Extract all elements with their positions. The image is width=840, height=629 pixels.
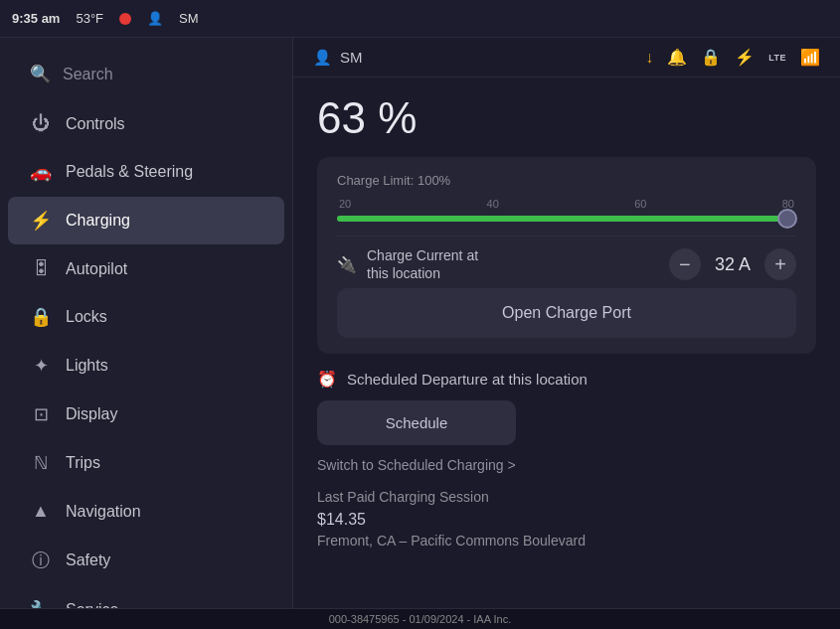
status-bar: 9:35 am 53°F 👤 SM	[0, 0, 840, 38]
bell-icon: 🔔	[667, 48, 687, 67]
charge-current-text-line2: this location	[367, 264, 478, 282]
download-icon: ↓	[645, 49, 653, 67]
sidebar-item-label: Charging	[66, 212, 130, 230]
user-area: 👤 SM	[313, 49, 363, 67]
last-session-section: Last Paid Charging Session $14.35 Fremon…	[317, 489, 816, 549]
sidebar-item-trips[interactable]: ℕ Trips	[8, 439, 284, 487]
battery-percent: 63 %	[317, 93, 816, 143]
clock-icon: ⏰	[317, 370, 337, 389]
lte-indicator: LTE	[768, 53, 786, 63]
sidebar-item-label: Trips	[66, 454, 100, 472]
scale-60: 60	[634, 198, 646, 210]
session-amount: $14.35	[317, 511, 816, 529]
bottom-bar: 000-38475965 - 01/09/2024 - IAA Inc.	[0, 608, 840, 629]
switch-charging-link[interactable]: Switch to Scheduled Charging >	[317, 457, 816, 473]
content-topbar: 👤 SM ↓ 🔔 🔒 ⚡ LTE 📶	[293, 38, 840, 78]
sidebar-item-display[interactable]: ⊡ Display	[8, 391, 284, 438]
sidebar-item-safety[interactable]: ⓘ Safety	[8, 536, 284, 585]
charge-current-row: 🔌 Charge Current at this location − 32 A…	[337, 236, 796, 286]
slider-track[interactable]	[337, 216, 796, 222]
charge-current-label: Charge Current at this location	[367, 246, 478, 282]
sidebar-item-label: Controls	[66, 115, 125, 133]
autopilot-icon: 🎛	[30, 258, 52, 279]
charge-current-right: − 32 A +	[669, 248, 796, 280]
charge-card: Charge Limit: 100% 20 40 60 80	[317, 157, 816, 354]
topbar-icons: ↓ 🔔 🔒 ⚡ LTE 📶	[645, 48, 820, 67]
last-session-label: Last Paid Charging Session	[317, 489, 816, 505]
pedals-icon: 🚗	[30, 161, 52, 183]
topbar-person-icon: 👤	[313, 49, 332, 67]
departure-header: ⏰ Scheduled Departure at this location	[317, 370, 816, 389]
sidebar-item-navigation[interactable]: ▲ Navigation	[8, 488, 284, 535]
sidebar-item-autopilot[interactable]: 🎛 Autopilot	[8, 245, 284, 292]
status-temp: 53°F	[76, 11, 103, 26]
sidebar: 🔍 Search ⏻ Controls 🚗 Pedals & Steering …	[0, 38, 293, 608]
increment-current-button[interactable]: +	[764, 248, 796, 280]
topbar-username: SM	[340, 49, 363, 66]
slider-scale: 20 40 60 80	[337, 198, 796, 210]
scale-20: 20	[339, 198, 351, 210]
sidebar-item-label: Service	[66, 601, 118, 608]
main-layout: 🔍 Search ⏻ Controls 🚗 Pedals & Steering …	[0, 38, 840, 608]
departure-label: Scheduled Departure at this location	[347, 371, 588, 388]
sidebar-item-pedals[interactable]: 🚗 Pedals & Steering	[8, 148, 284, 196]
safety-icon: ⓘ	[30, 549, 52, 572]
session-location: Fremont, CA – Pacific Commons Boulevard	[317, 533, 816, 549]
sidebar-item-label: Lights	[66, 357, 108, 375]
departure-section: ⏰ Scheduled Departure at this location S…	[317, 370, 816, 473]
person-icon: 👤	[147, 11, 163, 26]
sidebar-item-service[interactable]: 🔧 Service	[8, 586, 284, 608]
decrement-current-button[interactable]: −	[669, 248, 701, 280]
charge-slider-container: 20 40 60 80	[337, 198, 796, 222]
bottom-bar-text: 000-38475965 - 01/09/2024 - IAA Inc.	[329, 613, 511, 625]
sidebar-item-locks[interactable]: 🔒 Locks	[8, 293, 284, 341]
sidebar-item-label: Safety	[66, 551, 110, 569]
charging-content: 63 % Charge Limit: 100% 20 40 60 80	[293, 78, 840, 568]
sidebar-item-label: Locks	[66, 308, 107, 326]
charge-current-text-line1: Charge Current at	[367, 246, 478, 264]
bluetooth-icon: ⚡	[735, 48, 755, 67]
content-area: 👤 SM ↓ 🔔 🔒 ⚡ LTE 📶 63 % Charge Limit: 10…	[293, 38, 840, 608]
sidebar-item-charging[interactable]: ⚡ Charging	[8, 197, 284, 244]
slider-fill	[337, 216, 787, 222]
trips-icon: ℕ	[30, 452, 52, 474]
status-time: 9:35 am	[12, 11, 60, 26]
lock-topbar-icon: 🔒	[701, 48, 721, 67]
lights-icon: ✦	[30, 355, 52, 377]
open-charge-port-button[interactable]: Open Charge Port	[337, 288, 796, 338]
controls-icon: ⏻	[30, 113, 52, 134]
record-indicator	[119, 13, 131, 25]
sidebar-item-label: Pedals & Steering	[66, 163, 193, 181]
status-user: SM	[179, 11, 199, 26]
sidebar-item-lights[interactable]: ✦ Lights	[8, 342, 284, 390]
service-icon: 🔧	[30, 599, 52, 608]
display-icon: ⊡	[30, 403, 52, 425]
slider-thumb[interactable]	[777, 209, 797, 229]
schedule-button[interactable]: Schedule	[317, 400, 516, 445]
sidebar-item-controls[interactable]: ⏻ Controls	[8, 100, 284, 147]
navigation-icon: ▲	[30, 501, 52, 522]
search-item[interactable]: 🔍 Search	[8, 52, 284, 96]
signal-icon: 📶	[800, 48, 820, 67]
search-icon: 🔍	[30, 64, 51, 84]
scale-40: 40	[487, 198, 499, 210]
locks-icon: 🔒	[30, 306, 52, 328]
charging-icon: ⚡	[30, 210, 52, 232]
search-label: Search	[63, 66, 113, 83]
charge-current-left: 🔌 Charge Current at this location	[337, 246, 478, 282]
sidebar-item-label: Display	[66, 405, 117, 423]
sidebar-item-label: Autopilot	[66, 260, 127, 278]
charge-current-value: 32 A	[715, 254, 751, 275]
charge-limit-label: Charge Limit: 100%	[337, 173, 796, 188]
sidebar-item-label: Navigation	[66, 503, 141, 521]
plug-icon: 🔌	[337, 255, 357, 274]
